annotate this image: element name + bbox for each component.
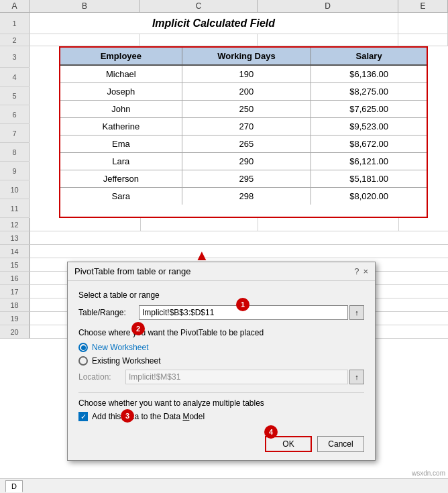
table-section: 3 4 5 6 7 8 9 10 11 Employee Working Day… [0,46,448,218]
td-employee-3: Katherine [60,118,182,135]
row-num-1: 1 [0,13,30,34]
badge-3: 3 [121,409,134,423]
row-num-19: 19 [0,312,30,325]
dialog-controls: ? × [354,266,368,276]
td-working-3: 270 [182,118,312,135]
td-working-1: 200 [182,83,312,100]
col-header-e: E [398,0,448,12]
row-num-15: 15 [0,258,30,272]
row-2-d [258,34,398,46]
td-employee-0: Michael [60,66,182,83]
location-upload-icon[interactable]: ↑ [349,370,364,384]
th-employee: Employee [60,48,182,64]
row-num-5: 5 [0,87,30,105]
row-num-9: 9 [0,162,30,180]
dialog-title: PivotTable from table or range [74,266,190,276]
column-headers: A B C D E [0,0,448,13]
col-header-d: D [258,0,398,12]
row-num-17: 17 [0,285,30,298]
location-input[interactable] [125,370,348,384]
row-num-20: 20 [0,325,30,339]
table-row: Sara 298 $8,020.00 [60,188,427,205]
watermark: wsxdn.com [412,470,445,477]
table-row: John 250 $7,625.00 [60,101,427,118]
cancel-button[interactable]: Cancel [317,436,364,452]
row-2: 2 [0,34,448,46]
td-salary-2: $7,625.00 [311,101,427,117]
location-field-row: Location: ↑ [78,370,364,384]
new-worksheet-radio-row: New Worksheet [78,343,364,352]
existing-worksheet-label: Existing Worksheet [92,356,161,366]
dialog-close-button[interactable]: × [363,266,368,276]
table-range-input-wrap: ↑ [139,305,364,320]
table-row: Katherine 270 $9,523.00 [60,118,427,135]
row-num-8: 8 [0,143,30,162]
analyze-label: Choose whether you want to analyze multi… [78,398,364,408]
td-working-7: 298 [182,188,312,205]
row-2-b [30,34,140,46]
table-range-label: Table/Range: [78,308,139,317]
existing-worksheet-radio[interactable] [78,356,88,366]
table-row: Joseph 200 $8,275.00 [60,83,427,101]
col-header-a: A [0,0,30,12]
td-salary-5: $6,121.00 [311,153,427,170]
table-row: Michael 190 $6,136.00 [60,66,427,83]
location-label: Location: [78,372,125,382]
table-row: Ema 265 $8,672.00 [60,135,427,153]
td-employee-5: Lara [60,153,182,170]
th-working-days: Working Days [182,48,312,64]
select-range-label: Select a table or range [78,290,364,300]
table-header-row: Employee Working Days Salary [60,48,427,66]
table-range-field-row: Table/Range: ↑ [78,305,364,320]
sheet-tabs: D [0,478,448,493]
dialog-titlebar: PivotTable from table or range ? × [68,262,375,281]
dialog-body: Select a table or range Table/Range: ↑ C… [68,281,375,436]
row-num-12: 12 [0,218,30,231]
page-title: Implicit Calculated Field [152,17,275,30]
td-working-0: 190 [182,66,312,83]
td-salary-4: $8,672.00 [311,135,427,152]
row-num-16: 16 [0,272,30,285]
row-num-3: 3 [0,46,30,68]
badge-4: 4 [264,425,278,439]
divider [78,392,364,393]
td-employee-1: Joseph [60,83,182,100]
empty-row-nums: 12 13 14 15 16 17 18 19 20 [0,218,30,339]
row-num-7: 7 [0,124,30,143]
td-employee-2: John [60,101,182,117]
dialog-help-button[interactable]: ? [354,266,359,276]
row-numbers-col: 3 4 5 6 7 8 9 10 11 [0,46,30,218]
add-data-model-label: Add this data to the Data Model [92,412,205,421]
row-num-11: 11 [0,199,30,218]
row-1: 1 Implicit Calculated Field [0,13,448,34]
row-num-10: 10 [0,180,30,199]
td-employee-7: Sara [60,188,182,205]
td-working-5: 290 [182,153,312,170]
td-salary-1: $8,275.00 [311,83,427,100]
new-worksheet-label: New Worksheet [92,343,148,352]
row-num-2: 2 [0,34,30,46]
row-num-18: 18 [0,298,30,312]
td-employee-6: Jefferson [60,170,182,187]
row-2-e [398,34,448,46]
pivot-table-dialog: PivotTable from table or range ? × Selec… [67,262,376,461]
row-1-e [398,13,448,34]
td-salary-6: $5,181.00 [311,170,427,187]
row-2-c [140,34,258,46]
sheet-tab-d[interactable]: D [5,480,23,492]
td-salary-3: $9,523.00 [311,118,427,135]
dialog-footer: OK Cancel [68,436,375,460]
table-range-upload-icon[interactable]: ↑ [349,305,364,320]
row-num-4: 4 [0,68,30,87]
data-table: Employee Working Days Salary Michael 190… [59,46,428,218]
row-num-6: 6 [0,105,30,124]
badge-1: 1 [236,298,249,311]
new-worksheet-radio[interactable] [78,343,88,352]
td-employee-4: Ema [60,135,182,152]
table-row: Jefferson 295 $5,181.00 [60,170,427,188]
badge-2: 2 [131,322,145,335]
td-working-6: 295 [182,170,312,187]
add-data-model-checkbox[interactable]: ✓ [78,412,88,421]
title-cell: Implicit Calculated Field [30,13,398,34]
existing-worksheet-radio-row: Existing Worksheet [78,356,364,366]
